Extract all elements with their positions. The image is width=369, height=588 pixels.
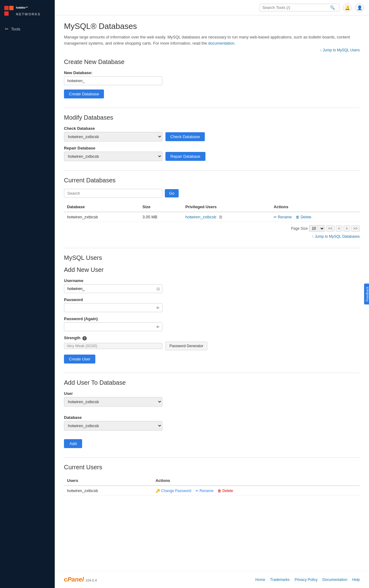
sidebar-item-tools[interactable]: ✂ Tools bbox=[0, 23, 55, 34]
username-input[interactable] bbox=[64, 284, 162, 293]
user-account-button[interactable]: 👤 bbox=[355, 3, 364, 12]
add-user-db-db-select[interactable]: hotwiren_zxtbcsb bbox=[64, 421, 162, 431]
add-user-section: Add New User Username ⊟ Password 👁 Passw… bbox=[64, 266, 360, 364]
new-database-input[interactable] bbox=[64, 76, 162, 85]
table-header-row: Database Size Privileged Users Actions bbox=[64, 202, 360, 212]
current-db-go-button[interactable]: Go bbox=[165, 189, 179, 197]
search-input[interactable] bbox=[262, 5, 330, 10]
username-icon: ⊟ bbox=[157, 286, 160, 291]
footer-documentation-link[interactable]: Documentation bbox=[323, 578, 347, 582]
feedback-button[interactable]: Feedback bbox=[364, 284, 369, 304]
password-field-wrapper: 👁 bbox=[64, 303, 162, 312]
logo-icon bbox=[4, 6, 14, 16]
password-again-group: Password (Again) 👁 bbox=[64, 316, 360, 331]
search-bar: 🔍 bbox=[260, 4, 339, 11]
create-db-section: Create New Database New Database: Create… bbox=[64, 58, 360, 98]
footer-home-link[interactable]: Home bbox=[255, 578, 265, 582]
password-again-input[interactable] bbox=[64, 322, 162, 331]
current-db-search-input[interactable] bbox=[64, 189, 162, 198]
section-divider-4 bbox=[64, 373, 360, 373]
current-users-title: Current Users bbox=[64, 464, 360, 471]
create-user-button[interactable]: Create User bbox=[64, 355, 95, 364]
logo-sq-red bbox=[4, 6, 9, 10]
repair-db-select[interactable]: hotwiren_zxtbcsb bbox=[64, 152, 162, 161]
jump-to-users-link[interactable]: ↓ Jump to MySQL Users bbox=[320, 48, 360, 52]
add-user-db-user-label: User bbox=[64, 391, 360, 396]
create-db-title: Create New Database bbox=[64, 58, 360, 66]
add-user-to-db-section: Add User To Database User hotwiren_zxtbc… bbox=[64, 379, 360, 448]
footer-help-link[interactable]: Help bbox=[352, 578, 360, 582]
table-row: hotwiren_zxtbcsb 3.05 MB hotwiren_zxtbcs… bbox=[64, 212, 360, 222]
col-users: Users bbox=[64, 476, 153, 486]
footer: cPanel 104.0.4 Home Trademarks Privacy P… bbox=[55, 571, 369, 588]
db-size-cell: 3.05 MB bbox=[139, 212, 182, 222]
logo-text: hotWire™ NETWORKS bbox=[16, 6, 41, 16]
cpanel-logo: cPanel bbox=[64, 576, 85, 583]
repair-db-row: hotwiren_zxtbcsb Repair Database bbox=[64, 152, 360, 161]
strength-row: Very Weak (0/100) Password Generator bbox=[64, 342, 360, 350]
username-label: Username bbox=[64, 278, 360, 283]
password-generator-button[interactable]: Password Generator bbox=[165, 342, 207, 350]
strength-info-icon[interactable]: i bbox=[82, 336, 87, 340]
section-divider-3 bbox=[64, 248, 360, 248]
page-prev-button[interactable]: < bbox=[336, 225, 342, 232]
add-user-db-user-group: User hotwiren_zxtbcsb bbox=[64, 391, 360, 411]
users-table-header-row: Users Actions bbox=[64, 476, 360, 486]
new-database-label: New Database: bbox=[64, 70, 360, 75]
logo-hotwire: hotWire™ bbox=[16, 6, 41, 12]
username-field-wrapper: ⊟ bbox=[64, 284, 162, 293]
page-size-select[interactable]: 10 25 50 100 bbox=[309, 225, 325, 232]
documentation-link[interactable]: documentation bbox=[208, 41, 234, 46]
rename-db-link[interactable]: ✏ Rename bbox=[274, 215, 292, 219]
check-database-button[interactable]: Check Database bbox=[165, 132, 205, 141]
change-password-link[interactable]: 🔑 Change Password bbox=[156, 489, 191, 493]
footer-trademarks-link[interactable]: Trademarks bbox=[270, 578, 290, 582]
db-priv-users-cell: hotwiren_zxtbcsb 🗑 bbox=[182, 212, 271, 222]
logo-sq-bottom bbox=[4, 11, 9, 16]
page-first-button[interactable]: << bbox=[326, 225, 335, 232]
sidebar-nav: ✂ Tools bbox=[0, 20, 55, 34]
col-database: Database bbox=[64, 202, 139, 212]
section-divider-1 bbox=[64, 108, 360, 108]
repair-db-label: Repair Database bbox=[64, 146, 360, 150]
footer-links: Home Trademarks Privacy Policy Documenta… bbox=[255, 578, 360, 582]
jump-to-databases-link-container: ↑ Jump to MySQL Databases bbox=[64, 234, 360, 239]
topbar-icons: 🔔 👤 bbox=[343, 3, 364, 12]
tools-icon: ✂ bbox=[5, 26, 9, 31]
jump-to-databases-link[interactable]: ↑ Jump to MySQL Databases bbox=[312, 234, 360, 239]
delete-user-link[interactable]: 🗑 Delete bbox=[218, 489, 233, 493]
password-label: Password bbox=[64, 297, 360, 302]
page-next-button[interactable]: > bbox=[343, 225, 350, 232]
delete-db-link[interactable]: 🗑 Delete bbox=[296, 215, 311, 219]
password-input[interactable] bbox=[64, 303, 162, 312]
add-user-to-db-button[interactable]: Add bbox=[64, 439, 82, 448]
current-users-table: Users Actions hotwiren_zxtbcsb 🔑 Change … bbox=[64, 476, 360, 496]
strength-group: Strength i Very Weak (0/100) Password Ge… bbox=[64, 336, 360, 350]
password-eye-icon: 👁 bbox=[156, 305, 160, 310]
password-group: Password 👁 bbox=[64, 297, 360, 312]
notification-bell-button[interactable]: 🔔 bbox=[343, 3, 352, 12]
current-db-title: Current Databases bbox=[64, 177, 360, 184]
check-db-select[interactable]: hotwiren_zxtbcsb bbox=[64, 132, 162, 141]
topbar: 🔍 🔔 👤 bbox=[55, 0, 369, 15]
col-actions: Actions bbox=[271, 202, 360, 212]
privileged-user-link[interactable]: hotwiren_zxtbcsb bbox=[185, 215, 216, 219]
current-db-section: Current Databases Go Database Size Privi… bbox=[64, 177, 360, 239]
trash-icon: 🗑 bbox=[219, 215, 223, 219]
rename-user-link[interactable]: ✏ Rename bbox=[196, 489, 214, 493]
strength-bar: Very Weak (0/100) bbox=[64, 343, 162, 349]
username-cell: hotwiren_zxtbcsb bbox=[64, 486, 153, 496]
add-user-to-db-title: Add User To Database bbox=[64, 379, 360, 386]
jump-to-users-link-container: ↓ Jump to MySQL Users bbox=[64, 48, 360, 52]
footer-privacy-link[interactable]: Privacy Policy bbox=[295, 578, 318, 582]
modify-db-title: Modify Databases bbox=[64, 114, 360, 121]
check-db-row: hotwiren_zxtbcsb Check Database bbox=[64, 132, 360, 141]
check-db-label: Check Database bbox=[64, 126, 360, 131]
page-last-button[interactable]: >> bbox=[351, 225, 360, 232]
create-database-button[interactable]: Create Database bbox=[64, 89, 104, 98]
page-title: MySQL® Databases bbox=[64, 22, 360, 31]
add-user-db-user-select[interactable]: hotwiren_zxtbcsb bbox=[64, 397, 162, 407]
col-privileged-users: Privileged Users bbox=[182, 202, 271, 212]
repair-database-button[interactable]: Repair Database bbox=[165, 152, 205, 161]
password-again-eye-icon: 👁 bbox=[156, 324, 160, 329]
